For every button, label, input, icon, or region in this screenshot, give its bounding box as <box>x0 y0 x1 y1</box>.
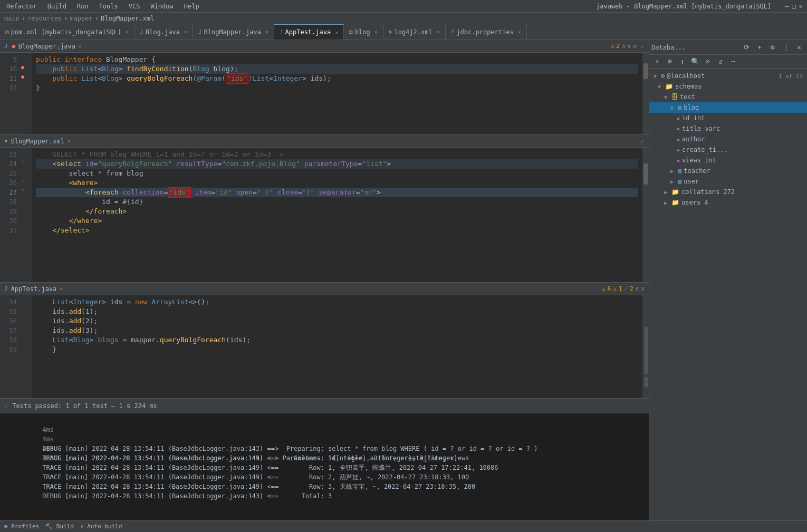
tab-blog-db[interactable]: ⊞ blog ✕ <box>344 24 383 40</box>
apptest-nav-up[interactable]: ∧ <box>636 285 639 292</box>
editor-xml: ✕ BlogMapper.xml ✕ ✓ 23 24 25 26 27 28 2… <box>0 135 649 283</box>
menu-item-tools[interactable]: Tools <box>97 2 120 11</box>
db-tree: ▼ ⊙ @localhost 1 of 13 ▼ 📁 schemas ▼ 🗄 t… <box>649 69 807 532</box>
code-content-xml[interactable]: SELECT * FROM blog WHERE 1=1 and 1d=? or… <box>32 148 642 282</box>
menu-item-refactor[interactable]: Refactor <box>4 2 39 11</box>
code-line-55: ids. add (1); <box>36 307 638 316</box>
close-btn[interactable]: ✕ <box>799 3 803 10</box>
file-tabs-bar: m pom.xml (mybatis_dongataiSQL) ✕ J Blog… <box>0 24 807 40</box>
tree-item-schemas[interactable]: ▼ 📁 schemas <box>649 81 807 92</box>
code-content-blogmapper[interactable]: public interface BlogMapper { public Lis… <box>32 53 642 134</box>
fold-24[interactable]: ▽ <box>21 159 24 165</box>
maximize-btn[interactable]: □ <box>792 3 796 10</box>
apptest-actions: △ 6 △ 1 ✓ 2 ∧ ∨ <box>602 285 645 292</box>
fold-26[interactable]: ▽ <box>21 178 24 183</box>
users-folder-icon: 📁 <box>671 199 679 206</box>
window-title: javaweb - BlogMapper.xml [mybatis_dongat… <box>596 3 771 10</box>
tree-item-localhost[interactable]: ▼ ⊙ @localhost 1 of 13 <box>649 71 807 81</box>
tab-label-log4j2: log4j2.xml <box>394 28 432 36</box>
fold-27[interactable]: ▽ <box>21 188 24 193</box>
db-close-btn[interactable]: ✕ <box>793 42 805 53</box>
tab-close-pom[interactable]: ✕ <box>126 29 129 35</box>
tab-blog-java[interactable]: J Blog.java ✕ <box>134 24 193 40</box>
editor-close-apptest[interactable]: ✕ <box>60 286 63 292</box>
breadcrumb-part-mapper[interactable]: mapper <box>70 15 92 22</box>
tree-item-test-db[interactable]: ▼ 🗄 test <box>649 92 807 102</box>
editor-close-xml[interactable]: ✕ <box>68 138 71 144</box>
tree-item-collations[interactable]: ▶ 📁 collations 272 <box>649 187 807 197</box>
status-build[interactable]: 🔨 Build <box>45 523 74 530</box>
tab-close-blogmapper[interactable]: ✕ <box>265 29 268 35</box>
db-refresh-btn[interactable]: ⟳ <box>741 42 752 53</box>
tree-item-col-author[interactable]: ▪ author <box>649 134 807 144</box>
breadcrumb-part-main[interactable]: main <box>4 15 20 22</box>
status-autobuild[interactable]: ⚡ Auto-build <box>80 523 122 530</box>
tab-close-apptest[interactable]: ✕ <box>335 30 338 35</box>
breadcrumb-file[interactable]: BlogMapper.xml <box>101 15 154 22</box>
code-content-apptest[interactable]: List < Integer > ids = new ArrayList <>(… <box>32 295 642 398</box>
editor-filename-blogmapper: BlogMapper.java <box>18 43 75 50</box>
tree-item-col-title[interactable]: ▪ title varc <box>649 123 807 134</box>
editor-menu[interactable]: ⚙ <box>633 43 637 50</box>
tab-close-log4j2[interactable]: ✕ <box>437 29 440 35</box>
nav-up[interactable]: ∧ <box>622 43 626 50</box>
tab-close-db[interactable]: ✕ <box>374 29 378 35</box>
tree-item-user-table[interactable]: ▶ ▦ user <box>649 176 807 187</box>
nav-down[interactable]: ∨ <box>628 43 631 50</box>
tree-label-blog-table: blog <box>684 104 699 111</box>
tree-label-col-author: author <box>682 136 705 143</box>
tree-item-col-createtime[interactable]: ▪ create_ti... <box>649 144 807 155</box>
minimize-btn[interactable]: — <box>785 3 789 10</box>
code-area-apptest: 54 55 56 57 58 59 <box>0 295 649 398</box>
menu-item-vcs[interactable]: VCS <box>127 2 142 11</box>
db-add-btn[interactable]: + <box>754 42 765 53</box>
tab-icon-apptest: J <box>280 29 283 36</box>
menu-item-help[interactable]: Help <box>182 2 201 11</box>
error-dot: ● <box>12 43 15 49</box>
editor-close-blogmapper[interactable]: ✕ <box>79 43 82 49</box>
apptest-warn: △ <box>602 285 606 292</box>
tab-jdbc-props[interactable]: ≡ jdbc.properties ✕ <box>446 24 527 40</box>
tree-item-blog-table[interactable]: ▼ ▦ blog <box>649 102 807 113</box>
tab-label-db: blog <box>355 28 370 36</box>
db-tool-7[interactable]: ⋯ <box>727 56 739 67</box>
editor-tab-blogmapper: J ● BlogMapper.java ✕ ⚠ 2 ∧ ∨ ⚙ ✓ <box>0 40 649 53</box>
db-more-btn[interactable]: ⋮ <box>780 42 792 53</box>
tab-pom-xml[interactable]: m pom.xml (mybatis_dongataiSQL) ✕ <box>0 24 134 40</box>
tab-log4j2[interactable]: ✕ log4j2.xml ✕ <box>383 24 446 40</box>
code-area-blogmapper: 9 10 11 12 ● ● public <box>0 53 649 134</box>
tree-item-teacher-table[interactable]: ▶ ▦ teacher <box>649 166 807 176</box>
tab-blogmapper-java[interactable]: J BlogMapper.java ✕ <box>193 24 274 40</box>
tree-item-col-views[interactable]: ▪ views int <box>649 155 807 166</box>
db-tool-5[interactable]: ⊘ <box>702 56 714 67</box>
tab-apptest-java[interactable]: J AppTest.java ✕ <box>274 24 344 40</box>
tab-label-blog: Blog.java <box>146 28 180 36</box>
title-area: javaweb - BlogMapper.xml [mybatis_dongat… <box>596 3 803 10</box>
db-settings-btn[interactable]: ⚙ <box>767 42 779 53</box>
col-icon-createtime: ▪ <box>677 147 680 153</box>
menu-item-run[interactable]: Run <box>75 2 91 11</box>
tab-close-jdbc[interactable]: ✕ <box>518 29 521 35</box>
menu-item-window[interactable]: Window <box>148 2 175 11</box>
menu-item-build[interactable]: Build <box>45 2 69 11</box>
apptest-nav-down[interactable]: ∨ <box>641 285 645 292</box>
code-line-31: </select> <box>36 226 638 235</box>
breadcrumb-part-resources[interactable]: resources <box>27 15 62 22</box>
tree-item-col-id[interactable]: ▪ id int <box>649 113 807 123</box>
scrollbar-top[interactable] <box>642 53 649 134</box>
db-tool-3[interactable]: ↕ <box>677 56 688 67</box>
tree-item-users-folder[interactable]: ▶ 📁 users 4 <box>649 197 807 208</box>
table-icon-teacher: ▦ <box>678 167 681 175</box>
db-folder-icon: 🗄 <box>671 93 678 101</box>
db-tool-4[interactable]: 🔍 <box>689 56 701 67</box>
scrollbar-apptest[interactable] <box>642 295 649 398</box>
db-tool-6[interactable]: ↺ <box>715 56 726 67</box>
tree-label-test: test <box>680 93 695 101</box>
scrollbar-xml[interactable] <box>642 148 649 282</box>
table-icon-blog: ▦ <box>678 104 681 111</box>
code-line-57: ids. add (3); <box>36 326 638 335</box>
tab-close-blog[interactable]: ✕ <box>184 29 187 35</box>
db-tool-2[interactable]: ⊞ <box>664 56 676 67</box>
status-profiles[interactable]: ⊕ Profiles <box>4 523 39 530</box>
db-tool-1[interactable]: ⚡ <box>651 56 663 67</box>
